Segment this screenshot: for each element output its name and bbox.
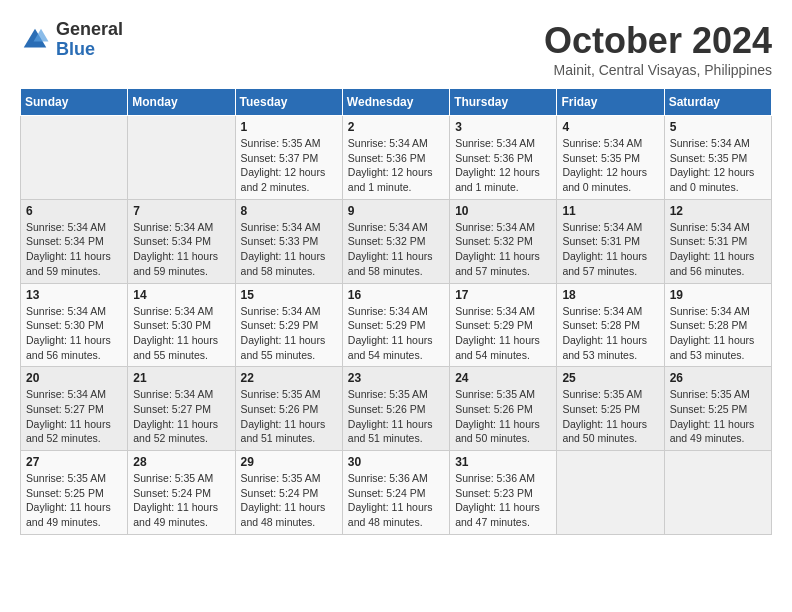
calendar-cell: 5Sunrise: 5:34 AMSunset: 5:35 PMDaylight…: [664, 116, 771, 200]
day-number: 2: [348, 120, 444, 134]
calendar-cell: 25Sunrise: 5:35 AMSunset: 5:25 PMDayligh…: [557, 367, 664, 451]
calendar-cell: 4Sunrise: 5:34 AMSunset: 5:35 PMDaylight…: [557, 116, 664, 200]
day-info: Sunrise: 5:35 AMSunset: 5:37 PMDaylight:…: [241, 136, 337, 195]
day-number: 26: [670, 371, 766, 385]
calendar-cell: [128, 116, 235, 200]
calendar-cell: 30Sunrise: 5:36 AMSunset: 5:24 PMDayligh…: [342, 451, 449, 535]
day-number: 22: [241, 371, 337, 385]
day-number: 12: [670, 204, 766, 218]
day-number: 1: [241, 120, 337, 134]
calendar-week-row: 1Sunrise: 5:35 AMSunset: 5:37 PMDaylight…: [21, 116, 772, 200]
page-header: General Blue October 2024 Mainit, Centra…: [20, 20, 772, 78]
day-info: Sunrise: 5:34 AMSunset: 5:31 PMDaylight:…: [670, 220, 766, 279]
calendar-cell: 21Sunrise: 5:34 AMSunset: 5:27 PMDayligh…: [128, 367, 235, 451]
day-number: 10: [455, 204, 551, 218]
calendar-cell: 19Sunrise: 5:34 AMSunset: 5:28 PMDayligh…: [664, 283, 771, 367]
day-number: 5: [670, 120, 766, 134]
day-number: 24: [455, 371, 551, 385]
calendar-cell: 10Sunrise: 5:34 AMSunset: 5:32 PMDayligh…: [450, 199, 557, 283]
day-number: 28: [133, 455, 229, 469]
day-info: Sunrise: 5:34 AMSunset: 5:35 PMDaylight:…: [562, 136, 658, 195]
day-info: Sunrise: 5:34 AMSunset: 5:32 PMDaylight:…: [455, 220, 551, 279]
day-number: 30: [348, 455, 444, 469]
calendar-cell: 15Sunrise: 5:34 AMSunset: 5:29 PMDayligh…: [235, 283, 342, 367]
weekday-header: Tuesday: [235, 89, 342, 116]
calendar-cell: 31Sunrise: 5:36 AMSunset: 5:23 PMDayligh…: [450, 451, 557, 535]
calendar-cell: 1Sunrise: 5:35 AMSunset: 5:37 PMDaylight…: [235, 116, 342, 200]
day-number: 19: [670, 288, 766, 302]
day-number: 25: [562, 371, 658, 385]
calendar-cell: 27Sunrise: 5:35 AMSunset: 5:25 PMDayligh…: [21, 451, 128, 535]
day-info: Sunrise: 5:34 AMSunset: 5:29 PMDaylight:…: [348, 304, 444, 363]
calendar-cell: 24Sunrise: 5:35 AMSunset: 5:26 PMDayligh…: [450, 367, 557, 451]
day-info: Sunrise: 5:35 AMSunset: 5:26 PMDaylight:…: [455, 387, 551, 446]
day-info: Sunrise: 5:35 AMSunset: 5:24 PMDaylight:…: [241, 471, 337, 530]
calendar-cell: 8Sunrise: 5:34 AMSunset: 5:33 PMDaylight…: [235, 199, 342, 283]
day-info: Sunrise: 5:34 AMSunset: 5:35 PMDaylight:…: [670, 136, 766, 195]
weekday-header: Sunday: [21, 89, 128, 116]
weekday-header: Monday: [128, 89, 235, 116]
weekday-header: Wednesday: [342, 89, 449, 116]
calendar-cell: 18Sunrise: 5:34 AMSunset: 5:28 PMDayligh…: [557, 283, 664, 367]
calendar-cell: 2Sunrise: 5:34 AMSunset: 5:36 PMDaylight…: [342, 116, 449, 200]
calendar-cell: 6Sunrise: 5:34 AMSunset: 5:34 PMDaylight…: [21, 199, 128, 283]
calendar-cell: 9Sunrise: 5:34 AMSunset: 5:32 PMDaylight…: [342, 199, 449, 283]
day-number: 31: [455, 455, 551, 469]
calendar-header-row: SundayMondayTuesdayWednesdayThursdayFrid…: [21, 89, 772, 116]
day-number: 17: [455, 288, 551, 302]
day-number: 15: [241, 288, 337, 302]
day-info: Sunrise: 5:34 AMSunset: 5:31 PMDaylight:…: [562, 220, 658, 279]
day-info: Sunrise: 5:35 AMSunset: 5:24 PMDaylight:…: [133, 471, 229, 530]
day-info: Sunrise: 5:34 AMSunset: 5:33 PMDaylight:…: [241, 220, 337, 279]
day-number: 16: [348, 288, 444, 302]
day-info: Sunrise: 5:35 AMSunset: 5:26 PMDaylight:…: [241, 387, 337, 446]
month-title: October 2024: [544, 20, 772, 62]
day-info: Sunrise: 5:34 AMSunset: 5:34 PMDaylight:…: [133, 220, 229, 279]
calendar-cell: [664, 451, 771, 535]
day-info: Sunrise: 5:34 AMSunset: 5:28 PMDaylight:…: [670, 304, 766, 363]
calendar-cell: 23Sunrise: 5:35 AMSunset: 5:26 PMDayligh…: [342, 367, 449, 451]
calendar-cell: 16Sunrise: 5:34 AMSunset: 5:29 PMDayligh…: [342, 283, 449, 367]
day-number: 18: [562, 288, 658, 302]
day-info: Sunrise: 5:36 AMSunset: 5:24 PMDaylight:…: [348, 471, 444, 530]
logo-icon: [20, 25, 50, 55]
location-title: Mainit, Central Visayas, Philippines: [544, 62, 772, 78]
calendar-week-row: 20Sunrise: 5:34 AMSunset: 5:27 PMDayligh…: [21, 367, 772, 451]
day-info: Sunrise: 5:34 AMSunset: 5:30 PMDaylight:…: [133, 304, 229, 363]
calendar-cell: 7Sunrise: 5:34 AMSunset: 5:34 PMDaylight…: [128, 199, 235, 283]
weekday-header: Thursday: [450, 89, 557, 116]
day-info: Sunrise: 5:34 AMSunset: 5:27 PMDaylight:…: [133, 387, 229, 446]
calendar-cell: 28Sunrise: 5:35 AMSunset: 5:24 PMDayligh…: [128, 451, 235, 535]
calendar-week-row: 13Sunrise: 5:34 AMSunset: 5:30 PMDayligh…: [21, 283, 772, 367]
day-info: Sunrise: 5:34 AMSunset: 5:32 PMDaylight:…: [348, 220, 444, 279]
calendar-cell: 20Sunrise: 5:34 AMSunset: 5:27 PMDayligh…: [21, 367, 128, 451]
logo: General Blue: [20, 20, 123, 60]
day-info: Sunrise: 5:34 AMSunset: 5:34 PMDaylight:…: [26, 220, 122, 279]
day-number: 3: [455, 120, 551, 134]
day-info: Sunrise: 5:34 AMSunset: 5:29 PMDaylight:…: [241, 304, 337, 363]
calendar-cell: 11Sunrise: 5:34 AMSunset: 5:31 PMDayligh…: [557, 199, 664, 283]
calendar-cell: 29Sunrise: 5:35 AMSunset: 5:24 PMDayligh…: [235, 451, 342, 535]
day-number: 23: [348, 371, 444, 385]
logo-blue: Blue: [56, 40, 123, 60]
day-number: 20: [26, 371, 122, 385]
day-number: 29: [241, 455, 337, 469]
weekday-header: Friday: [557, 89, 664, 116]
calendar-week-row: 6Sunrise: 5:34 AMSunset: 5:34 PMDaylight…: [21, 199, 772, 283]
day-number: 11: [562, 204, 658, 218]
calendar-cell: 26Sunrise: 5:35 AMSunset: 5:25 PMDayligh…: [664, 367, 771, 451]
calendar-week-row: 27Sunrise: 5:35 AMSunset: 5:25 PMDayligh…: [21, 451, 772, 535]
day-info: Sunrise: 5:34 AMSunset: 5:36 PMDaylight:…: [348, 136, 444, 195]
day-number: 14: [133, 288, 229, 302]
calendar-cell: 22Sunrise: 5:35 AMSunset: 5:26 PMDayligh…: [235, 367, 342, 451]
calendar-cell: 14Sunrise: 5:34 AMSunset: 5:30 PMDayligh…: [128, 283, 235, 367]
calendar-cell: 13Sunrise: 5:34 AMSunset: 5:30 PMDayligh…: [21, 283, 128, 367]
day-info: Sunrise: 5:35 AMSunset: 5:25 PMDaylight:…: [562, 387, 658, 446]
day-number: 13: [26, 288, 122, 302]
day-number: 6: [26, 204, 122, 218]
day-info: Sunrise: 5:36 AMSunset: 5:23 PMDaylight:…: [455, 471, 551, 530]
calendar-cell: 12Sunrise: 5:34 AMSunset: 5:31 PMDayligh…: [664, 199, 771, 283]
calendar-table: SundayMondayTuesdayWednesdayThursdayFrid…: [20, 88, 772, 535]
day-number: 9: [348, 204, 444, 218]
calendar-cell: [557, 451, 664, 535]
